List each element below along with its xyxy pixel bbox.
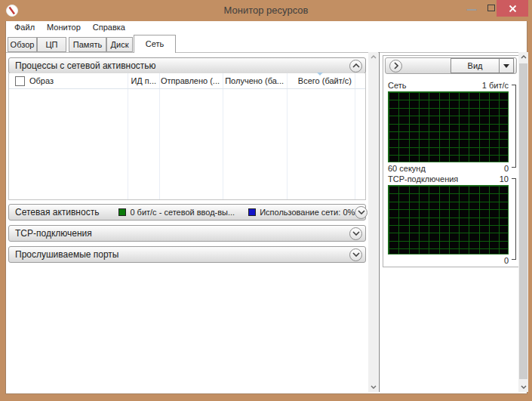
tab-cpu[interactable]: ЦП: [37, 37, 66, 52]
scroll-up-icon[interactable]: [368, 52, 378, 62]
column-header-total[interactable]: Всего (байт/с): [288, 73, 352, 89]
pane-splitter[interactable]: [379, 52, 380, 392]
scrollbar-thumb[interactable]: [519, 63, 527, 379]
expand-network-activity-button[interactable]: [355, 206, 367, 219]
expand-tcp-button[interactable]: [349, 227, 362, 240]
section-title: Прослушиваемые порты: [15, 249, 118, 260]
tab-overview[interactable]: Обзор: [8, 37, 37, 52]
resource-monitor-window: Монитор ресурсов Файл Монитор Справка Об…: [0, 0, 532, 401]
chart-tcp-labels: TCP-подключения 10: [388, 174, 509, 184]
column-separator: [128, 73, 128, 199]
collapse-processes-button[interactable]: [349, 60, 362, 72]
chart-network-scale-bracket: [512, 85, 516, 168]
content-top-edge: [6, 52, 527, 53]
charts-panel-header: Вид: [385, 57, 517, 74]
charts-panel: Вид Сеть 1 бит/с 60 секунд 0 TCP-подключ…: [383, 55, 519, 267]
table-header-row: Образ ИД п... Отправлено (... Получено (…: [9, 73, 365, 89]
chevron-down-icon: [352, 252, 360, 257]
scroll-down-icon[interactable]: [518, 382, 528, 392]
view-button-label: Вид: [451, 59, 499, 72]
menu-file[interactable]: Файл: [8, 21, 41, 35]
chevron-right-icon: [394, 62, 398, 69]
collapse-charts-button[interactable]: [389, 60, 402, 72]
scroll-down-icon[interactable]: [368, 382, 378, 392]
section-listening-ports[interactable]: Прослушиваемые порты: [8, 246, 366, 263]
view-dropdown-button[interactable]: Вид: [451, 58, 514, 73]
tab-memory[interactable]: Память: [69, 37, 106, 52]
sort-indicator-icon: [317, 72, 323, 76]
select-all-checkbox[interactable]: [15, 76, 25, 86]
processes-panel-header[interactable]: Процессы с сетевой активностью: [8, 57, 366, 74]
maximize-icon: [487, 5, 495, 11]
chevron-down-icon: [358, 210, 365, 214]
chart-network-graph: [388, 91, 509, 162]
column-separator: [159, 73, 160, 199]
column-header-image[interactable]: Образ: [29, 73, 126, 89]
section-network-activity[interactable]: Сетевая активность 0 бит/с - сетевой вво…: [8, 204, 366, 221]
chart-tcp-scale-max: 10: [500, 174, 509, 184]
tab-network[interactable]: Сеть: [134, 35, 176, 53]
processes-table: Образ ИД п... Отправлено (... Получено (…: [8, 73, 366, 200]
minimize-button[interactable]: [459, 0, 481, 17]
menu-monitor[interactable]: Монитор: [41, 21, 87, 35]
left-pane-scrollbar[interactable]: [368, 52, 378, 392]
section-title: Сетевая активность: [15, 207, 99, 217]
column-header-pid[interactable]: ИД п...: [128, 73, 156, 89]
legend-blue-swatch: [248, 208, 256, 216]
menu-help[interactable]: Справка: [87, 21, 131, 35]
chevron-down-icon: [352, 231, 360, 236]
minimize-icon: [466, 9, 477, 11]
window-title: Монитор ресурсов: [0, 0, 532, 21]
view-dropdown-arrow[interactable]: [499, 59, 513, 72]
legend-network-usage-label: Использование сети: 0%: [260, 208, 355, 217]
chart-network-scale-min: 0: [504, 164, 509, 173]
window-scrollbar[interactable]: [518, 52, 528, 392]
chart-tcp-title: TCP-подключения: [388, 174, 458, 184]
window-bottom-border: [0, 394, 532, 401]
dropdown-arrow-icon: [503, 64, 509, 68]
processes-panel-title: Процессы с сетевой активностью: [15, 60, 156, 71]
close-button[interactable]: [497, 0, 528, 17]
chart-tcp-scale-bracket: [512, 178, 516, 260]
section-tcp-connections[interactable]: TCP-подключения: [8, 225, 366, 242]
section-title: TCP-подключения: [15, 228, 92, 239]
legend-network-io: 0 бит/с - сетевой ввод-вы...: [118, 208, 235, 217]
chart-tcp-scale-min: 0: [504, 256, 509, 265]
close-icon: [509, 5, 517, 13]
menu-bar: Файл Монитор Справка: [6, 21, 131, 35]
client-area: Файл Монитор Справка Обзор ЦП Память Дис…: [5, 21, 527, 394]
column-separator: [287, 73, 288, 199]
legend-green-swatch: [118, 208, 126, 216]
column-separator: [355, 73, 355, 199]
expand-ports-button[interactable]: [349, 248, 362, 261]
chart-network-footer: 60 секунд 0: [388, 164, 509, 173]
chevron-up-icon: [352, 63, 360, 68]
legend-network-usage: Использование сети: 0%: [248, 208, 355, 217]
scroll-up-icon[interactable]: [518, 52, 528, 62]
column-header-received[interactable]: Получено (ба...: [224, 73, 284, 89]
column-separator: [223, 73, 223, 199]
chart-tcp-graph: [388, 185, 509, 254]
legend-network-io-label: 0 бит/с - сетевой ввод-вы...: [130, 208, 235, 217]
chart-network-title: Сеть: [388, 81, 406, 90]
tab-disk[interactable]: Диск: [106, 37, 133, 52]
chart-network-labels: Сеть 1 бит/с: [388, 81, 509, 90]
chart-network-scale-max: 1 бит/с: [482, 81, 509, 90]
title-bar: Монитор ресурсов: [0, 0, 532, 21]
column-header-sent[interactable]: Отправлено (...: [161, 73, 220, 89]
chart-network-xlabel: 60 секунд: [388, 164, 426, 173]
chart-tcp-footer: 0: [388, 256, 509, 265]
